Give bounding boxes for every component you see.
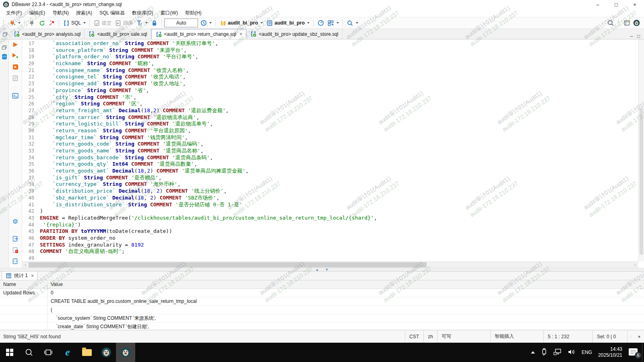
- results-tab-close-icon[interactable]: ×: [31, 273, 34, 279]
- vertical-scroll-thumb[interactable]: [640, 108, 643, 255]
- execute-script-icon[interactable]: [12, 64, 19, 71]
- code-text: `return_goods_qty` Int64 COMMENT '退货商品数量…: [40, 161, 197, 168]
- menu-item[interactable]: 窗口(W): [157, 9, 182, 17]
- code-text: `consignee_add` String COMMENT '收货人地址',: [40, 80, 186, 87]
- tx-history-button[interactable]: [199, 18, 213, 28]
- usb-icon[interactable]: [541, 348, 547, 357]
- code-line: 49: [22, 255, 638, 261]
- script-icon[interactable]: [12, 75, 18, 82]
- terminal-icon[interactable]: [12, 93, 19, 100]
- minimize-editor-icon[interactable]: –: [630, 33, 633, 39]
- status-cell: zh: [423, 330, 437, 343]
- connect-button[interactable]: [27, 18, 36, 28]
- task-view-icon[interactable]: [39, 343, 58, 362]
- search-button[interactable]: [345, 18, 359, 28]
- code-line: 25 `city` String COMMENT '市',: [22, 94, 638, 101]
- internet-explorer-icon[interactable]: e: [58, 343, 77, 362]
- database-navigator-icon[interactable]: [1, 53, 8, 61]
- rollback-button[interactable]: 回滚: [114, 18, 134, 28]
- tray-expand-icon[interactable]: [531, 351, 535, 354]
- taskbar-search-icon[interactable]: [19, 343, 39, 362]
- horizontal-scrollbar[interactable]: ‹ ›: [22, 261, 638, 268]
- code-line: 24 `province` String COMMENT '省',: [22, 87, 638, 94]
- script-output-doc-icon[interactable]: [12, 258, 18, 265]
- execute-statement-icon[interactable]: [12, 42, 18, 49]
- menu-item[interactable]: 编辑(E): [25, 9, 49, 17]
- tab-close-icon[interactable]: ×: [239, 31, 242, 37]
- table-row[interactable]: CREATE TABLE audit_bi_pro.custom_online_…: [0, 297, 644, 306]
- sql-editor-button[interactable]: SQL: [62, 18, 87, 28]
- export-doc-icon[interactable]: [12, 236, 18, 243]
- taskbar-clock[interactable]: 14:43 2025/10/21: [598, 346, 622, 358]
- dbeaver-perspective-icon[interactable]: [633, 20, 640, 27]
- editor-tab[interactable]: <audit_bi_pro> return_change.sql ×: [151, 29, 246, 39]
- file-explorer-icon[interactable]: [77, 343, 97, 362]
- dropdown-arrow-icon: [260, 22, 263, 24]
- column-header-value[interactable]: Value: [47, 280, 644, 288]
- show-desktop-button[interactable]: [642, 343, 644, 362]
- table-row[interactable]: Updated Rows 0: [0, 289, 644, 297]
- autocommit-select[interactable]: Auto: [164, 19, 198, 27]
- menu-item[interactable]: 帮助(H): [182, 9, 205, 17]
- connection-selector[interactable]: audit_bi_pro: [218, 18, 264, 28]
- menu-item[interactable]: 搜索(A): [72, 9, 96, 17]
- disconnect-button[interactable]: [47, 18, 56, 28]
- quick-search-icon[interactable]: [607, 20, 614, 27]
- code-line: 46 ORDER BY system_order_no: [22, 235, 638, 242]
- menu-item[interactable]: 导航(N): [49, 9, 72, 17]
- vertical-scrollbar[interactable]: [638, 39, 644, 261]
- column-header-name[interactable]: Name: [0, 280, 47, 288]
- maximize-button[interactable]: □: [607, 0, 625, 9]
- new-connection-button[interactable]: [8, 18, 22, 28]
- line-number: 47: [22, 242, 40, 249]
- perspective-icon[interactable]: [624, 20, 631, 27]
- restore-pane-icon[interactable]: [0, 29, 10, 39]
- horizontal-scroll-thumb[interactable]: [29, 262, 427, 267]
- settings-gear-icon[interactable]: ⚙: [12, 218, 18, 225]
- dbeaver-window: DBeaver 22.3.4 - <audit_bi_pro> return_c…: [0, 0, 644, 362]
- editor-tab[interactable]: <audit_bi_pro> sale.sql: [85, 29, 151, 39]
- menu-item[interactable]: 文件(F): [2, 9, 25, 17]
- dbeaver-taskbar-icon[interactable]: [97, 343, 116, 362]
- menu-item[interactable]: 数据库(D): [128, 9, 157, 17]
- status-expand-icon[interactable]: ▾: [634, 330, 644, 343]
- editor-pane-icon[interactable]: [2, 45, 7, 51]
- reconnect-button[interactable]: [37, 18, 46, 28]
- volume-icon[interactable]: [568, 348, 576, 357]
- minimize-button[interactable]: –: [588, 0, 607, 9]
- code-viewport[interactable]: 17 `association_order_no` String COMMENT…: [22, 40, 638, 261]
- table-row[interactable]: (: [0, 306, 644, 314]
- code-text: `province` String COMMENT '省',: [40, 87, 149, 94]
- table-row[interactable]: `source_system` String COMMENT '来源系统',: [0, 314, 644, 323]
- sql-editor[interactable]: 17 `association_order_no` String COMMENT…: [22, 39, 644, 268]
- statistics-tab[interactable]: 统计 1 ×: [2, 271, 37, 280]
- maximize-editor-icon[interactable]: □: [637, 33, 640, 39]
- start-button[interactable]: [0, 343, 19, 362]
- action-center-icon[interactable]: 6: [628, 348, 639, 357]
- transaction-mode-button[interactable]: [135, 18, 149, 28]
- lock-button[interactable]: [150, 18, 159, 28]
- code-line: 47 SETTINGS index_granularity = 8192: [22, 242, 638, 249]
- scroll-left-icon[interactable]: ‹: [22, 263, 29, 267]
- output-button[interactable]: [326, 18, 340, 28]
- network-icon[interactable]: [553, 348, 561, 357]
- rollback-label: 回滚: [123, 20, 133, 27]
- execute-new-tab-icon[interactable]: [12, 53, 19, 60]
- code-line: 30 `return_reason` String COMMENT '平台退款原…: [22, 128, 638, 134]
- close-button[interactable]: ×: [625, 0, 644, 9]
- dbeaver-taskbar-icon-active[interactable]: [116, 343, 135, 362]
- code-text: COMMENT '自定义电商退销-临时';: [40, 248, 125, 255]
- panel-splitter[interactable]: ▲ ▼: [0, 268, 644, 271]
- language-indicator[interactable]: ENG: [582, 350, 592, 355]
- table-row[interactable]: `create_date` String COMMENT '创建日期',: [0, 323, 644, 330]
- editor-tab[interactable]: <audit_bi_pro> update_sbz_store.sql: [246, 29, 342, 39]
- error-doc-icon[interactable]: [12, 247, 18, 254]
- status-message: String 'SBZ_HIS' not found: [0, 330, 405, 343]
- schema-selector[interactable]: audit_bi_pro: [265, 18, 311, 28]
- scroll-right-icon[interactable]: ›: [632, 263, 638, 267]
- dashboard-button[interactable]: [316, 18, 325, 28]
- menu-item[interactable]: SQL 编辑器: [96, 9, 128, 17]
- code-line: 27 `return_freight_amt` Decimal(18,2) CO…: [22, 107, 638, 114]
- editor-tab[interactable]: <audit_bi_pro> analysis.sql: [10, 29, 85, 39]
- commit-button[interactable]: 提交: [92, 18, 113, 28]
